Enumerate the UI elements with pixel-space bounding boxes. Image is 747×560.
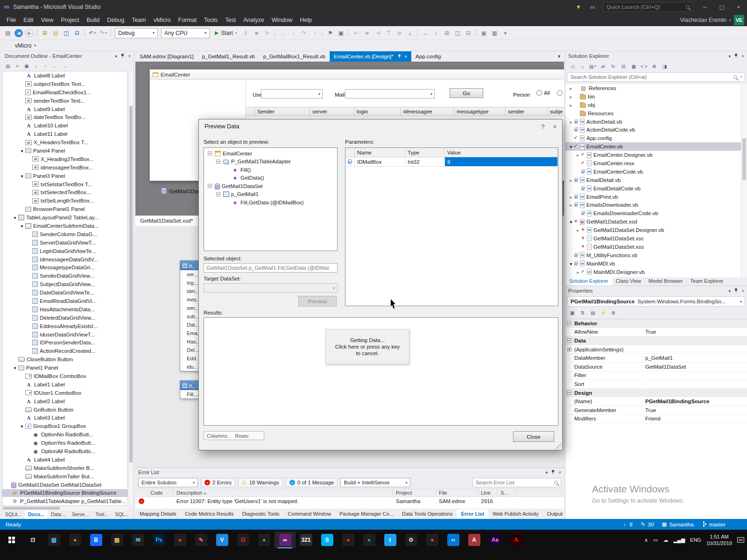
close-icon[interactable]: × bbox=[741, 288, 744, 294]
file-explorer-app[interactable]: ▤ bbox=[106, 532, 127, 548]
type-view-icon[interactable]: ▤ bbox=[4, 62, 12, 70]
resize-grip[interactable] bbox=[556, 443, 561, 449]
outline-item[interactable]: OptionNo RadioButt... bbox=[2, 430, 127, 439]
properties-view-icon[interactable]: ▤ bbox=[589, 308, 597, 317]
go-button[interactable]: Go bbox=[450, 88, 483, 98]
hidden-icons-chevron[interactable]: ∧ bbox=[644, 537, 648, 543]
solution-platform-dropdown[interactable]: Any CPU▾ bbox=[161, 28, 210, 38]
step-into-icon[interactable]: ↓ bbox=[288, 28, 298, 38]
save-icon[interactable]: ◫ bbox=[61, 28, 71, 38]
window-position-icon[interactable]: ▾ bbox=[728, 54, 731, 59]
toolbar-grip[interactable]: ⋮⋮ bbox=[4, 43, 12, 48]
new-project-icon[interactable]: ⊞ bbox=[40, 28, 50, 38]
property-pages-icon[interactable]: ⚙ bbox=[609, 308, 618, 317]
expand-all-icon[interactable]: + bbox=[13, 62, 21, 70]
collapse-all-icon[interactable]: ⊟ bbox=[619, 62, 628, 71]
bookmark-icon[interactable]: ⚑ bbox=[325, 28, 335, 38]
left-dock-tab[interactable]: Docu... bbox=[25, 511, 48, 519]
access-app[interactable]: A bbox=[464, 532, 485, 548]
radio-all[interactable]: All bbox=[536, 90, 550, 96]
outline-item[interactable]: MakeSubformShorter B... bbox=[2, 464, 127, 472]
mailbox-combobox[interactable]: ▾ bbox=[345, 89, 435, 98]
outline-item[interactable]: EmailReadDataGridVi... bbox=[2, 297, 127, 305]
solution-explorer-item[interactable]: EmailCenterCode.vb bbox=[565, 168, 741, 176]
outline-item[interactable]: Label10 Label bbox=[2, 121, 127, 130]
param-col-type[interactable]: Type bbox=[405, 148, 445, 157]
expander-icon[interactable] bbox=[208, 184, 212, 188]
outline-item[interactable]: txtSelLengthTextBox... bbox=[2, 196, 127, 205]
expander-icon[interactable] bbox=[12, 365, 18, 371]
expander-icon[interactable] bbox=[19, 423, 25, 429]
stop-icon[interactable]: ■ bbox=[251, 28, 261, 38]
menu-item[interactable]: Project bbox=[57, 15, 83, 25]
expander-icon[interactable] bbox=[575, 227, 581, 233]
outline-item[interactable]: SenderDataGridView... bbox=[2, 272, 127, 280]
menu-item[interactable]: vMicro bbox=[150, 15, 175, 25]
param-name[interactable]: IDMailBox bbox=[355, 157, 405, 167]
outline-item[interactable]: Label2 Label bbox=[2, 397, 127, 406]
right-dock-tab[interactable]: Model Browser bbox=[645, 277, 686, 286]
solution-explorer-item[interactable]: GetMail1DataSet.xsd bbox=[565, 217, 741, 226]
window-position-icon[interactable]: ▾ bbox=[545, 470, 548, 475]
bottom-dock-tab[interactable]: Package Manager Co... bbox=[335, 510, 398, 518]
move-up-icon[interactable]: ↑ bbox=[41, 62, 49, 70]
preview-tree-item[interactable]: GetMail1DataSet bbox=[204, 182, 337, 190]
error-column-header[interactable]: Project bbox=[393, 489, 436, 497]
move-down-icon[interactable]: ↓ bbox=[32, 62, 40, 70]
new-window-icon[interactable]: ▤ bbox=[3, 28, 13, 38]
left-dock-tab[interactable]: Tool... bbox=[92, 511, 112, 519]
save-all-icon[interactable]: ⊟ bbox=[72, 28, 82, 38]
maximize-button[interactable]: ▢ bbox=[713, 0, 730, 14]
outline-item[interactable]: Panel4 Panel bbox=[2, 147, 127, 155]
close-button[interactable]: × bbox=[730, 0, 747, 14]
radio-clipped[interactable] bbox=[557, 90, 563, 96]
user-combobox[interactable]: ▾ bbox=[261, 89, 323, 98]
solution-explorer-item[interactable]: ActionDetailCode.vb bbox=[565, 126, 741, 134]
preview-tree-item[interactable]: EmailCenter bbox=[204, 149, 337, 158]
open-file-icon[interactable]: ▤ bbox=[50, 28, 61, 38]
outline-item[interactable]: X_HeadersTextBox T... bbox=[2, 138, 127, 147]
outline-item[interactable]: EddressAlreadyExistsI... bbox=[2, 322, 127, 330]
close-dialog-button[interactable]: Close bbox=[513, 431, 554, 442]
expander-icon[interactable] bbox=[12, 215, 18, 220]
outline-item[interactable]: SubjectDataGridView... bbox=[2, 280, 127, 288]
outline-item[interactable]: Label11 Label bbox=[2, 130, 127, 138]
property-value[interactable]: True bbox=[642, 407, 747, 413]
start-debug-button[interactable]: ▶ Start ▾ bbox=[211, 28, 240, 38]
menu-item[interactable]: Test bbox=[221, 15, 240, 25]
menu-item[interactable]: Analyze bbox=[240, 15, 268, 25]
vertical-scrollbar[interactable] bbox=[128, 71, 134, 506]
error-list-search-input[interactable]: Search Error List bbox=[472, 478, 561, 487]
window-position-icon[interactable]: ▾ bbox=[728, 288, 731, 294]
green-circle-app[interactable]: ● bbox=[254, 532, 275, 548]
branch-name[interactable]: master bbox=[701, 521, 726, 527]
after-effects-app[interactable]: Ae bbox=[485, 532, 506, 548]
pin-icon[interactable] bbox=[551, 470, 555, 475]
browser-orange-app[interactable]: ● bbox=[64, 532, 85, 548]
same-height-icon[interactable]: ↕ bbox=[431, 28, 441, 38]
bottom-dock-tab[interactable]: Data Tools Operations bbox=[398, 510, 457, 518]
expander-icon[interactable] bbox=[19, 223, 25, 229]
photos-app[interactable]: ▨ bbox=[43, 532, 64, 548]
error-row[interactable]: × Error 11007: Entity type 'GetUsers1' i… bbox=[135, 497, 564, 505]
photoshop-app[interactable]: Ps bbox=[148, 532, 169, 548]
left-dock-tab[interactable]: SQLit... bbox=[2, 511, 25, 519]
toolbar-separator[interactable] bbox=[85, 29, 85, 37]
pending-changes[interactable]: 30 bbox=[640, 521, 654, 527]
left-dock-tab[interactable]: Serve... bbox=[69, 511, 92, 519]
events-icon[interactable]: ⚡ bbox=[599, 308, 607, 317]
expander-icon[interactable] bbox=[575, 269, 581, 275]
error-scope-dropdown[interactable]: Entire Solution▾ bbox=[138, 478, 198, 487]
param-col-name[interactable]: Name bbox=[355, 148, 405, 157]
bottom-dock-tab[interactable]: Output bbox=[543, 510, 567, 518]
solution-explorer-item[interactable]: MainMDI.vb bbox=[565, 259, 741, 268]
outline-item[interactable]: txtSelectedTextBox... bbox=[2, 188, 127, 196]
error-column-header[interactable]: Description bbox=[174, 489, 393, 497]
skype-app[interactable]: S bbox=[317, 532, 338, 548]
outline-item[interactable]: Label3 Label bbox=[2, 414, 127, 422]
navigate-forward-icon[interactable]: ▶ bbox=[25, 29, 34, 37]
expander-icon[interactable] bbox=[567, 338, 571, 343]
vscode-app[interactable]: ‹› bbox=[443, 532, 464, 548]
property-row[interactable]: Modifiers Friend bbox=[565, 415, 747, 424]
property-value[interactable]: GetMail1DataSet bbox=[642, 364, 747, 370]
